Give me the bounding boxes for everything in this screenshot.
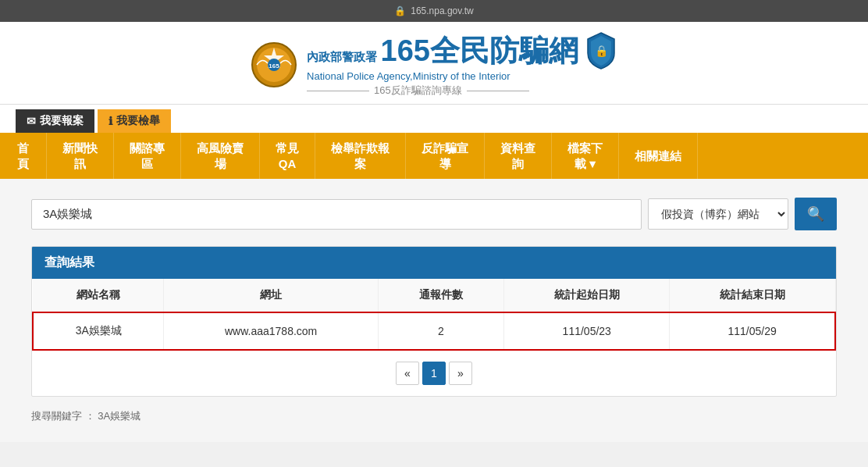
nav-item-antiscam[interactable]: 反詐騙宣導	[406, 133, 485, 179]
envelope-icon: ✉	[27, 115, 36, 127]
col-header-count: 通報件數	[378, 279, 503, 312]
nav-item-download[interactable]: 檔案下載 ▾	[552, 133, 619, 179]
nav-item-home[interactable]: 首頁	[0, 133, 47, 179]
nav-item-query[interactable]: 資料查詢	[485, 133, 552, 179]
prev-page-button[interactable]: «	[396, 362, 419, 385]
search-bar: 假投資（博弈）網站 假購物網站 假交友網站 🔍	[31, 198, 837, 230]
search-input[interactable]	[31, 199, 642, 230]
logo-hotline: 165反詐騙諮詢專線	[307, 84, 529, 98]
results-header: 查詢結果	[32, 247, 836, 279]
inspect-button[interactable]: ℹ 我要檢舉	[98, 109, 171, 133]
logo-title-cn: 內政部警政署	[307, 50, 377, 63]
cell-count: 2	[378, 312, 503, 350]
col-header-end-date: 統計結束日期	[670, 279, 835, 312]
results-table-body: 3A娛樂城 www.aaa1788.com 2 111/05/23 111/05…	[33, 312, 835, 350]
pagination: « 1 »	[32, 351, 836, 396]
col-header-start-date: 統計起始日期	[504, 279, 670, 312]
results-table-header: 網站名稱 網址 通報件數 統計起始日期 統計結束日期	[33, 279, 835, 312]
address-bar: 🔒 165.npa.gov.tw	[0, 0, 868, 22]
search-keyword-value: 3A娛樂城	[98, 410, 141, 422]
results-container: 查詢結果 網站名稱 網址 通報件數 統計起始日期 統計結束日期 3A娛樂城 ww…	[31, 246, 837, 397]
inspect-label: 我要檢舉	[116, 114, 160, 128]
nav-item-news[interactable]: 新聞快訊	[47, 133, 114, 179]
shield-icon: 🔒	[585, 31, 617, 70]
logo-main: 內政部警政署 165全民防騙網 🔒	[307, 31, 617, 70]
nav-item-faq[interactable]: 常見QA	[260, 133, 315, 179]
report-label: 我要報案	[40, 114, 84, 128]
search-button[interactable]: 🔍	[795, 198, 837, 230]
table-row: 3A娛樂城 www.aaa1788.com 2 111/05/23 111/05…	[33, 312, 835, 350]
current-page-button[interactable]: 1	[422, 362, 446, 385]
cell-start-date: 111/05/23	[504, 312, 670, 350]
nav-item-links[interactable]: 相關連結	[619, 133, 698, 179]
url-text: 165.npa.gov.tw	[411, 5, 474, 16]
police-badge-icon: 165	[251, 41, 297, 88]
svg-text:🔒: 🔒	[594, 45, 608, 58]
site-header: 165 內政部警政署 165全民防騙網 🔒 National Police Ag…	[0, 22, 868, 105]
logo-title-big: 165全民防騙網	[381, 34, 578, 67]
logo-area: 165 內政部警政署 165全民防騙網 🔒 National Police Ag…	[251, 31, 617, 98]
results-table: 網站名稱 網址 通報件數 統計起始日期 統計結束日期 3A娛樂城 www.aaa…	[32, 279, 836, 351]
cell-end-date: 111/05/29	[670, 312, 835, 350]
next-page-button[interactable]: »	[449, 362, 472, 385]
svg-text:165: 165	[269, 62, 279, 70]
report-button[interactable]: ✉ 我要報案	[16, 109, 94, 133]
action-bar: ✉ 我要報案 ℹ 我要檢舉	[0, 105, 868, 133]
logo-subtitle-en: National Police Agency,Ministry of the I…	[307, 70, 510, 82]
col-header-name: 網站名稱	[33, 279, 164, 312]
nav-item-report[interactable]: 檢舉詐欺報案	[315, 133, 406, 179]
main-nav: 首頁 新聞快訊 關諮專區 高風險賣場 常見QA 檢舉詐欺報案 反詐騙宣導 資料查…	[0, 133, 868, 179]
logo-text-block: 內政部警政署 165全民防騙網 🔒 National Police Agency…	[307, 31, 617, 98]
col-header-url: 網址	[164, 279, 378, 312]
search-keyword-label: 搜尋關鍵字 ：	[31, 410, 95, 422]
main-content: 假投資（博弈）網站 假購物網站 假交友網站 🔍 查詢結果 網站名稱 網址 通報件…	[0, 179, 868, 442]
cell-site-name: 3A娛樂城	[33, 312, 164, 350]
nav-item-highrisk[interactable]: 高風險賣場	[181, 133, 260, 179]
lock-icon: 🔒	[394, 5, 406, 16]
warning-icon: ℹ	[108, 115, 112, 127]
cell-url: www.aaa1788.com	[164, 312, 378, 350]
search-keyword-info: 搜尋關鍵字 ： 3A娛樂城	[31, 409, 837, 423]
search-type-select[interactable]: 假投資（博弈）網站 假購物網站 假交友網站	[648, 198, 788, 230]
nav-item-counsel[interactable]: 關諮專區	[114, 133, 181, 179]
search-icon: 🔍	[807, 205, 824, 223]
